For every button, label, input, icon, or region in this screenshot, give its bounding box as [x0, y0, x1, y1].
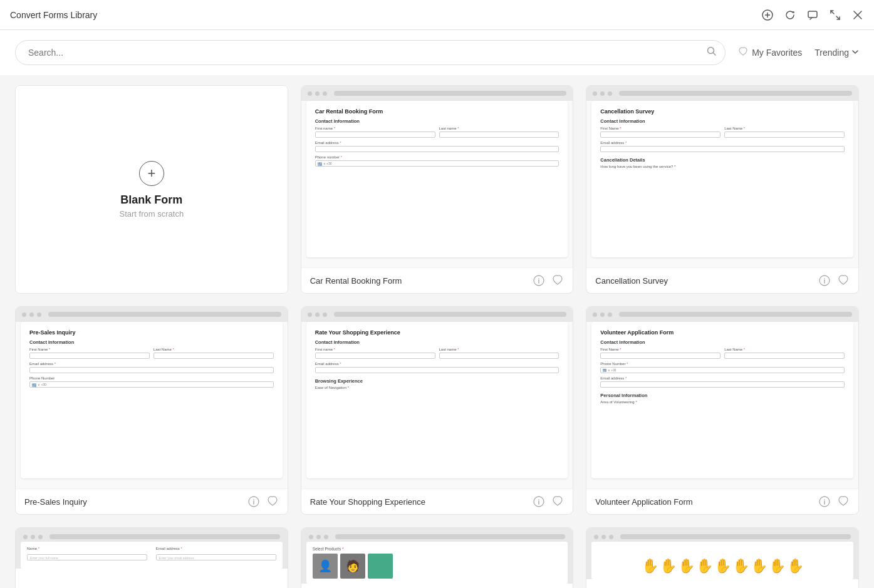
comment-icon[interactable] [806, 9, 819, 21]
titlebar-controls [761, 9, 864, 21]
shopping-experience-footer: Rate Your Shopping Experience [301, 488, 573, 514]
volunteer-footer: Volunteer Application Form [586, 488, 858, 514]
add-icon[interactable] [761, 9, 774, 21]
pre-sales-preview: Pre-Sales Inquiry Contact Information Fi… [16, 307, 288, 488]
blank-form-title: Blank Form [120, 193, 182, 207]
svg-point-21 [539, 499, 540, 500]
svg-point-15 [824, 278, 825, 279]
pre-sales-card[interactable]: Pre-Sales Inquiry Contact Information Fi… [15, 306, 288, 515]
refresh-icon[interactable] [784, 9, 796, 21]
car-rental-card[interactable]: Car Rental Booking Form Contact Informat… [301, 85, 574, 294]
expand-icon[interactable] [829, 9, 841, 21]
search-bar-area: My Favorites Trending [0, 30, 874, 75]
search-input[interactable] [15, 40, 726, 65]
bottom-card-3[interactable]: ✋ ✋ ✋ ✋ ✋ ✋ ✋ ✋ ✋ [586, 527, 859, 588]
close-icon[interactable] [851, 9, 864, 21]
cards-grid: + Blank Form Start from scratch Car Rent… [0, 75, 874, 588]
pre-sales-footer: Pre-Sales Inquiry [16, 488, 288, 514]
mini-form-presales: Pre-Sales Inquiry Contact Information Fi… [21, 322, 283, 478]
favorite-icon-presales[interactable] [266, 495, 279, 508]
browser-url-bar-b [619, 91, 852, 96]
mini-form-car-rental: Car Rental Booking Form Contact Informat… [306, 101, 568, 257]
volunteer-actions [818, 495, 850, 508]
my-favorites-label: My Favorites [752, 48, 802, 58]
cancellation-survey-preview: Cancellation Survey Contact Information … [586, 86, 858, 267]
cancellation-footer: Cancellation Survey [586, 267, 858, 293]
volunteer-card[interactable]: Volunteer Application Form Contact Infor… [586, 306, 859, 515]
cancellation-actions [818, 274, 850, 287]
browser-dot-2b [600, 91, 605, 96]
blank-form-preview: + Blank Form Start from scratch [16, 86, 288, 293]
my-favorites-button[interactable]: My Favorites [738, 46, 802, 59]
svg-point-18 [253, 499, 254, 500]
pre-sales-actions [247, 495, 279, 508]
info-icon-car-rental[interactable] [533, 274, 545, 287]
favorite-icon-car-rental[interactable] [551, 274, 564, 287]
search-input-wrap [15, 40, 726, 65]
car-rental-actions [533, 274, 564, 287]
car-rental-title: Car Rental Booking Form [310, 276, 402, 286]
cancellation-title: Cancellation Survey [595, 276, 668, 286]
trending-label: Trending [814, 48, 849, 58]
browser-dot-2 [315, 91, 320, 96]
bottom-card-1[interactable]: Name * Email address * Enter your full n… [15, 527, 288, 588]
favorite-icon-shopping[interactable] [551, 495, 564, 508]
titlebar: Convert Forms Library [0, 0, 874, 30]
mini-form-cancellation: Cancellation Survey Contact Information … [591, 101, 853, 257]
chevron-down-icon [851, 48, 859, 58]
svg-point-12 [539, 278, 540, 279]
browser-url-bar [334, 91, 567, 96]
shopping-experience-title: Rate Your Shopping Experience [310, 497, 425, 507]
blank-form-subtitle: Start from scratch [120, 209, 184, 219]
info-icon-shopping[interactable] [533, 495, 545, 508]
pre-sales-title: Pre-Sales Inquiry [24, 497, 87, 507]
colorful-hands-preview: ✋ ✋ ✋ ✋ ✋ ✋ ✋ ✋ ✋ [591, 542, 853, 579]
trending-button[interactable]: Trending [814, 48, 859, 58]
mini-form-volunteer: Volunteer Application Form Contact Infor… [591, 322, 853, 478]
info-icon-cancellation[interactable] [818, 274, 831, 287]
shopping-experience-actions [533, 495, 564, 508]
heart-icon [738, 46, 748, 59]
favorite-icon-volunteer[interactable] [837, 495, 850, 508]
bottom-card-2[interactable]: Select Products * 👤 🧑 [301, 527, 574, 588]
volunteer-title: Volunteer Application Form [595, 497, 692, 507]
car-rental-footer: Car Rental Booking Form [301, 267, 573, 293]
car-rental-preview: Car Rental Booking Form Contact Informat… [301, 86, 573, 267]
plus-circle-icon: + [139, 161, 164, 186]
blank-form-card[interactable]: + Blank Form Start from scratch [15, 85, 288, 294]
svg-rect-3 [808, 11, 817, 18]
browser-dot-3 [323, 91, 327, 96]
browser-dot-1 [308, 91, 312, 96]
volunteer-preview: Volunteer Application Form Contact Infor… [586, 307, 858, 488]
browser-dot-3b [608, 91, 612, 96]
mini-form-shopping: Rate Your Shopping Experience Contact In… [306, 322, 568, 478]
svg-line-9 [714, 53, 716, 56]
search-icon[interactable] [707, 46, 717, 59]
favorite-icon-cancellation[interactable] [837, 274, 850, 287]
svg-point-24 [824, 499, 825, 500]
shopping-experience-preview: Rate Your Shopping Experience Contact In… [301, 307, 573, 488]
info-icon-presales[interactable] [247, 495, 260, 508]
cancellation-survey-card[interactable]: Cancellation Survey Contact Information … [586, 85, 859, 294]
info-icon-volunteer[interactable] [818, 495, 831, 508]
titlebar-title: Convert Forms Library [10, 10, 97, 20]
browser-dot-1b [593, 91, 597, 96]
shopping-experience-card[interactable]: Rate Your Shopping Experience Contact In… [301, 306, 574, 515]
